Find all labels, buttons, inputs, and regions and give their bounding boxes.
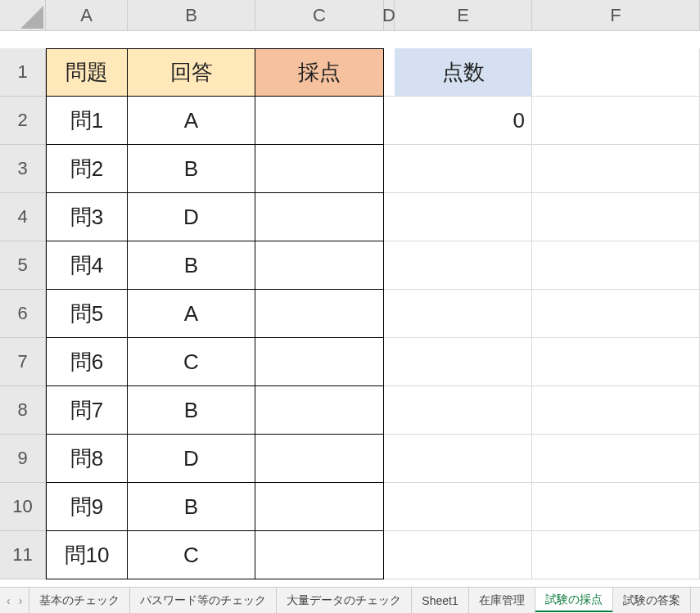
tab-nav-next-icon[interactable]: › bbox=[19, 594, 23, 607]
cell-B4[interactable]: D bbox=[128, 193, 255, 241]
column-header-D[interactable]: D bbox=[384, 0, 395, 31]
cell-E10[interactable] bbox=[395, 483, 532, 531]
cell-F11[interactable] bbox=[532, 531, 700, 579]
cell-C7[interactable] bbox=[255, 338, 384, 386]
cell-F5[interactable] bbox=[532, 241, 700, 290]
cell-A2[interactable]: 問1 bbox=[46, 97, 128, 145]
cell-E5[interactable] bbox=[395, 241, 532, 290]
cell-B10[interactable]: B bbox=[128, 483, 255, 531]
cell-A9[interactable]: 問8 bbox=[46, 435, 128, 483]
cell-E6[interactable] bbox=[395, 290, 532, 338]
sheet-tab-bar: ‹ › 基本のチェックパスワード等のチェック大量データのチェックSheet1在庫… bbox=[0, 587, 700, 613]
cell-F4[interactable] bbox=[532, 193, 700, 241]
cell-C6[interactable] bbox=[255, 290, 384, 338]
cell-F3[interactable] bbox=[532, 145, 700, 193]
cell-C8[interactable] bbox=[255, 386, 384, 435]
column-header-E[interactable]: E bbox=[395, 0, 532, 31]
cell-C10[interactable] bbox=[255, 483, 384, 531]
cell-E3[interactable] bbox=[395, 145, 532, 193]
cell-B7[interactable]: C bbox=[128, 338, 255, 386]
column-header-B[interactable]: B bbox=[128, 0, 255, 31]
cell-A6[interactable]: 問5 bbox=[46, 290, 128, 338]
sheet-tab[interactable]: 試験の答案 bbox=[613, 588, 691, 613]
cell-A5[interactable]: 問4 bbox=[46, 241, 128, 290]
cell-A1[interactable]: 問題 bbox=[46, 48, 128, 97]
cell-C11[interactable] bbox=[255, 531, 384, 579]
cell-B9[interactable]: D bbox=[128, 435, 255, 483]
column-header-C[interactable]: C bbox=[255, 0, 384, 31]
cell-E2[interactable]: 0 bbox=[395, 97, 532, 145]
cell-A11[interactable]: 問10 bbox=[46, 531, 128, 579]
cell-E1[interactable]: 点数 bbox=[395, 48, 532, 97]
sheet-tab[interactable]: 基本のチェック bbox=[29, 588, 130, 613]
sheet-tab[interactable]: 試験の採点 bbox=[535, 588, 613, 613]
row-header-1[interactable]: 1 bbox=[0, 48, 46, 97]
cell-F7[interactable] bbox=[532, 338, 700, 386]
row-header-7[interactable]: 7 bbox=[0, 338, 46, 386]
cell-F8[interactable] bbox=[532, 386, 700, 435]
cell-A10[interactable]: 問9 bbox=[46, 483, 128, 531]
row-header-11[interactable]: 11 bbox=[0, 531, 46, 579]
cell-B5[interactable]: B bbox=[128, 241, 255, 290]
sheet-tab[interactable]: 在庫管理 bbox=[469, 588, 535, 613]
cell-C3[interactable] bbox=[255, 145, 384, 193]
cell-B3[interactable]: B bbox=[128, 145, 255, 193]
cell-A3[interactable]: 問2 bbox=[46, 145, 128, 193]
column-header-F[interactable]: F bbox=[532, 0, 700, 31]
cell-B8[interactable]: B bbox=[128, 386, 255, 435]
tab-nav-prev-icon[interactable]: ‹ bbox=[7, 594, 11, 607]
cell-B1[interactable]: 回答 bbox=[128, 48, 255, 97]
row-header-10[interactable]: 10 bbox=[0, 483, 46, 531]
sheet-tab[interactable]: Sheet1 bbox=[412, 588, 468, 613]
cell-A8[interactable]: 問7 bbox=[46, 386, 128, 435]
row-header-3[interactable]: 3 bbox=[0, 145, 46, 193]
cell-E11[interactable] bbox=[395, 531, 532, 579]
select-all-corner[interactable] bbox=[0, 0, 46, 31]
cell-C2[interactable] bbox=[255, 97, 384, 145]
row-header-8[interactable]: 8 bbox=[0, 386, 46, 435]
cell-A7[interactable]: 問6 bbox=[46, 338, 128, 386]
cell-F6[interactable] bbox=[532, 290, 700, 338]
cell-E4[interactable] bbox=[395, 193, 532, 241]
cell-C1[interactable]: 採点 bbox=[255, 48, 384, 97]
cell-F2[interactable] bbox=[532, 97, 700, 145]
cell-C9[interactable] bbox=[255, 435, 384, 483]
cell-C4[interactable] bbox=[255, 193, 384, 241]
sheet-tab[interactable]: パスワード等のチェック bbox=[130, 588, 277, 613]
cell-B6[interactable]: A bbox=[128, 290, 255, 338]
cell-B11[interactable]: C bbox=[128, 531, 255, 579]
cell-E7[interactable] bbox=[395, 338, 532, 386]
row-header-6[interactable]: 6 bbox=[0, 290, 46, 338]
cell-C5[interactable] bbox=[255, 241, 384, 290]
cell-F9[interactable] bbox=[532, 435, 700, 483]
sheet-tab[interactable]: 大量データのチェック bbox=[277, 588, 412, 613]
cell-F10[interactable] bbox=[532, 483, 700, 531]
row-header-9[interactable]: 9 bbox=[0, 435, 46, 483]
column-header-A[interactable]: A bbox=[46, 0, 128, 31]
row-header-2[interactable]: 2 bbox=[0, 97, 46, 145]
row-header-4[interactable]: 4 bbox=[0, 193, 46, 241]
cell-B2[interactable]: A bbox=[128, 97, 255, 145]
cell-A4[interactable]: 問3 bbox=[46, 193, 128, 241]
cell-E8[interactable] bbox=[395, 386, 532, 435]
row-header-5[interactable]: 5 bbox=[0, 241, 46, 290]
cell-E9[interactable] bbox=[395, 435, 532, 483]
cell-F1[interactable] bbox=[532, 48, 700, 97]
